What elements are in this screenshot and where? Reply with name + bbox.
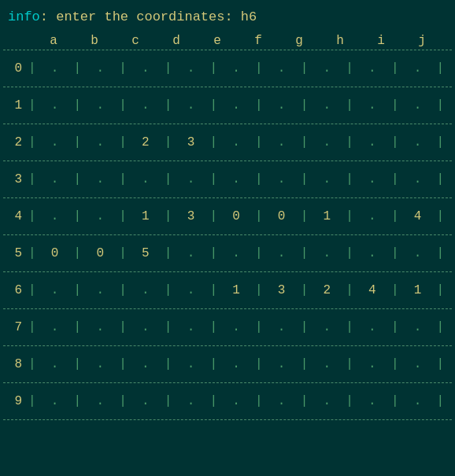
cell-pipe: | — [344, 209, 355, 223]
cell-pipe: | — [117, 61, 128, 76]
cell-value-r2-cg: . — [309, 135, 344, 149]
cell-value-r5-cb: 0 — [83, 246, 117, 260]
col-header-i: i — [361, 34, 401, 48]
cell-pipe: | — [208, 98, 219, 113]
cell-value-r8-ch: . — [355, 357, 390, 371]
cell-value-r6-cf: 3 — [264, 283, 299, 297]
grid-row-6: 6|.|.|.|.|1|3|2|4|1|.| — [3, 272, 452, 309]
cell-pipe: | — [435, 209, 446, 223]
grid-row-3: 3|.|.|.|.|.|.|.|.|.|.| — [3, 161, 452, 198]
cell-value-r2-ci: . — [400, 135, 435, 149]
cell-value-r6-ce: 1 — [219, 283, 253, 297]
cell-pipe: | — [435, 246, 446, 260]
cell-value-r3-ci: . — [400, 172, 435, 186]
cell-value-r4-cg: 1 — [309, 209, 344, 223]
cell-pipe: | — [253, 246, 264, 260]
cell-pipe: | — [344, 172, 355, 186]
cell-value-r3-cj: . — [446, 172, 455, 186]
cell-value-r7-cc: . — [128, 320, 163, 334]
cell-pipe: | — [208, 394, 219, 408]
col-header-f: f — [238, 34, 279, 48]
cell-value-r0-cd: . — [173, 61, 208, 76]
cell-pipe: | — [435, 320, 446, 334]
cell-pipe: | — [117, 394, 128, 408]
cell-pipe: | — [390, 135, 401, 149]
cell-value-r5-cj: . — [446, 246, 455, 260]
cell-value-r7-ch: . — [355, 320, 390, 334]
cell-pipe: | — [72, 246, 83, 260]
cell-pipe: | — [163, 209, 174, 223]
cell-pipe: | — [344, 135, 355, 149]
cell-pipe: | — [163, 98, 174, 113]
cell-value-r4-ch: . — [355, 209, 390, 223]
grid-row-1: 1|.|.|.|.|.|.|.|.|.|.| — [3, 87, 452, 124]
cell-pipe: | — [435, 135, 446, 149]
cell-value-r1-cg: . — [309, 98, 344, 113]
cell-value-r7-cg: . — [309, 320, 344, 334]
cell-pipe: | — [27, 135, 38, 149]
cell-value-r7-cf: . — [264, 320, 299, 334]
grid-row-2: 2|.|.|2|3|.|.|.|.|.|.| — [3, 124, 452, 161]
cell-pipe: | — [27, 320, 38, 334]
cell-pipe: | — [117, 357, 128, 371]
cell-value-r6-cc: . — [128, 283, 163, 297]
cell-pipe: | — [208, 135, 219, 149]
cell-value-r0-ci: . — [400, 61, 435, 76]
cell-pipe: | — [117, 172, 128, 186]
col-header-h: h — [320, 34, 361, 48]
col-header-b: b — [74, 34, 115, 48]
cell-pipe: | — [208, 61, 219, 76]
cell-pipe: | — [390, 246, 401, 260]
cell-value-r9-ch: . — [355, 394, 390, 408]
cell-value-r6-ch: 4 — [355, 283, 390, 297]
cell-pipe: | — [208, 172, 219, 186]
column-headers: abcdefghij — [3, 34, 452, 48]
cell-pipe: | — [390, 283, 401, 297]
cell-pipe: | — [253, 394, 264, 408]
cell-value-r8-cd: . — [173, 357, 208, 371]
cell-value-r4-ce: 0 — [219, 209, 253, 223]
cell-pipe: | — [253, 357, 264, 371]
cell-value-r2-cj: . — [446, 135, 455, 149]
cell-value-r7-ca: . — [38, 320, 72, 334]
cell-pipe: | — [72, 135, 83, 149]
cell-value-r0-cc: . — [128, 61, 163, 76]
cell-pipe: | — [299, 246, 310, 260]
cell-pipe: | — [435, 283, 446, 297]
cell-value-r8-cc: . — [128, 357, 163, 371]
cell-value-r3-ca: . — [38, 172, 72, 186]
cell-pipe: | — [344, 246, 355, 260]
cell-value-r3-cg: . — [309, 172, 344, 186]
row-label-0: 0 — [3, 61, 27, 76]
cell-pipe: | — [435, 98, 446, 113]
cell-value-r2-ce: . — [219, 135, 253, 149]
cell-value-r7-ci: . — [400, 320, 435, 334]
cell-pipe: | — [344, 357, 355, 371]
cell-value-r0-cj: . — [446, 61, 455, 76]
cell-value-r9-cj: . — [446, 394, 455, 408]
cell-pipe: | — [299, 357, 310, 371]
cell-pipe: | — [435, 172, 446, 186]
cell-pipe: | — [299, 172, 310, 186]
cell-value-r4-cd: 3 — [173, 209, 208, 223]
cell-pipe: | — [163, 61, 174, 76]
cell-pipe: | — [390, 172, 401, 186]
col-header-g: g — [279, 34, 320, 48]
cell-value-r0-ch: . — [355, 61, 390, 76]
cell-pipe: | — [390, 357, 401, 371]
grid-rows: 0|.|.|.|.|.|.|.|.|.|.|1|.|.|.|.|.|.|.|.|… — [3, 50, 452, 420]
row-label-7: 7 — [3, 320, 27, 334]
cell-pipe: | — [299, 209, 310, 223]
col-header-j: j — [401, 34, 442, 48]
cell-pipe: | — [435, 357, 446, 371]
cell-pipe: | — [72, 172, 83, 186]
cell-pipe: | — [435, 61, 446, 76]
cell-pipe: | — [390, 320, 401, 334]
cell-value-r1-cc: . — [128, 98, 163, 113]
cell-pipe: | — [27, 172, 38, 186]
row-label-1: 1 — [3, 98, 27, 113]
cell-value-r3-cb: . — [83, 172, 117, 186]
col-header-c: c — [115, 34, 156, 48]
cell-pipe: | — [299, 135, 310, 149]
cell-pipe: | — [253, 283, 264, 297]
